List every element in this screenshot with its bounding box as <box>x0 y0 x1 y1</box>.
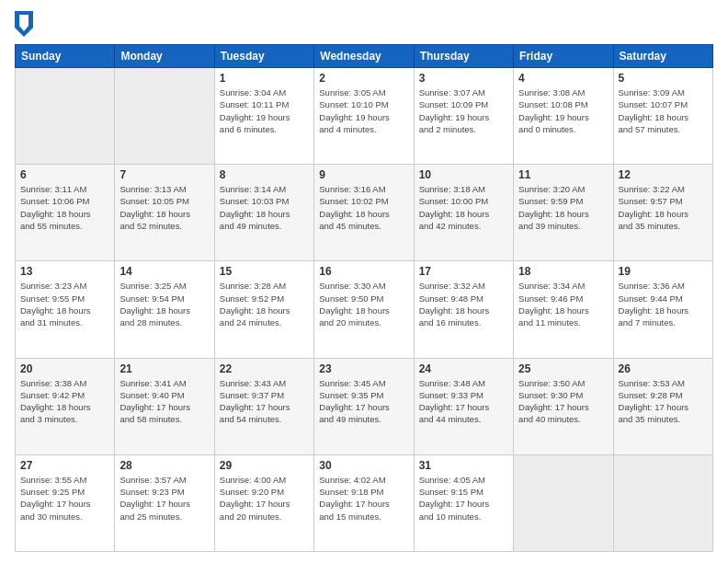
day-cell: 15Sunrise: 3:28 AM Sunset: 9:52 PM Dayli… <box>214 261 313 358</box>
day-detail: Sunrise: 3:04 AM Sunset: 10:11 PM Daylig… <box>220 86 309 135</box>
day-cell: 20Sunrise: 3:38 AM Sunset: 9:42 PM Dayli… <box>16 358 115 454</box>
day-number: 23 <box>319 362 408 375</box>
day-detail: Sunrise: 3:18 AM Sunset: 10:00 PM Daylig… <box>419 183 508 232</box>
day-detail: Sunrise: 3:05 AM Sunset: 10:10 PM Daylig… <box>319 86 408 135</box>
day-number: 2 <box>319 72 408 85</box>
day-cell: 2Sunrise: 3:05 AM Sunset: 10:10 PM Dayli… <box>314 68 414 165</box>
day-number: 3 <box>419 72 508 85</box>
day-cell: 1Sunrise: 3:04 AM Sunset: 10:11 PM Dayli… <box>214 68 313 165</box>
day-cell: 31Sunrise: 4:05 AM Sunset: 9:15 PM Dayli… <box>414 454 513 551</box>
day-number: 7 <box>119 168 209 181</box>
day-cell: 23Sunrise: 3:45 AM Sunset: 9:35 PM Dayli… <box>314 358 414 454</box>
day-cell: 16Sunrise: 3:30 AM Sunset: 9:50 PM Dayli… <box>314 261 414 358</box>
day-cell: 24Sunrise: 3:48 AM Sunset: 9:33 PM Dayli… <box>414 358 513 454</box>
day-cell: 26Sunrise: 3:53 AM Sunset: 9:28 PM Dayli… <box>613 358 712 454</box>
weekday-header-monday: Monday <box>115 45 214 68</box>
day-cell: 22Sunrise: 3:43 AM Sunset: 9:37 PM Dayli… <box>214 358 313 454</box>
day-number: 13 <box>20 265 109 278</box>
day-detail: Sunrise: 3:08 AM Sunset: 10:08 PM Daylig… <box>518 86 608 135</box>
day-number: 12 <box>619 168 708 181</box>
weekday-header-tuesday: Tuesday <box>214 45 313 68</box>
day-detail: Sunrise: 4:02 AM Sunset: 9:18 PM Dayligh… <box>319 474 408 523</box>
day-number: 24 <box>419 362 508 375</box>
day-detail: Sunrise: 3:48 AM Sunset: 9:33 PM Dayligh… <box>419 377 508 426</box>
weekday-header-saturday: Saturday <box>613 45 712 68</box>
week-row-2: 6Sunrise: 3:11 AM Sunset: 10:06 PM Dayli… <box>16 165 713 261</box>
day-detail: Sunrise: 3:22 AM Sunset: 9:57 PM Dayligh… <box>619 183 708 232</box>
day-number: 17 <box>419 265 508 278</box>
day-cell: 12Sunrise: 3:22 AM Sunset: 9:57 PM Dayli… <box>613 165 712 261</box>
day-number: 27 <box>20 459 109 472</box>
day-number: 25 <box>518 362 608 375</box>
weekday-header-thursday: Thursday <box>414 45 513 68</box>
day-detail: Sunrise: 3:38 AM Sunset: 9:42 PM Dayligh… <box>20 377 109 426</box>
calendar-body: 1Sunrise: 3:04 AM Sunset: 10:11 PM Dayli… <box>16 68 713 552</box>
day-cell: 8Sunrise: 3:14 AM Sunset: 10:03 PM Dayli… <box>214 165 313 261</box>
day-detail: Sunrise: 4:00 AM Sunset: 9:20 PM Dayligh… <box>220 474 309 523</box>
day-cell <box>115 68 214 165</box>
day-number: 5 <box>619 72 708 85</box>
day-detail: Sunrise: 3:14 AM Sunset: 10:03 PM Daylig… <box>220 183 309 232</box>
day-number: 11 <box>518 168 608 181</box>
day-detail: Sunrise: 3:13 AM Sunset: 10:05 PM Daylig… <box>119 183 209 232</box>
day-detail: Sunrise: 3:07 AM Sunset: 10:09 PM Daylig… <box>419 86 508 135</box>
day-number: 19 <box>619 265 708 278</box>
day-cell: 13Sunrise: 3:23 AM Sunset: 9:55 PM Dayli… <box>16 261 115 358</box>
weekday-header-wednesday: Wednesday <box>314 45 414 68</box>
logo <box>15 11 37 37</box>
day-cell: 4Sunrise: 3:08 AM Sunset: 10:08 PM Dayli… <box>514 68 613 165</box>
day-number: 29 <box>220 459 309 472</box>
day-cell: 17Sunrise: 3:32 AM Sunset: 9:48 PM Dayli… <box>414 261 513 358</box>
day-cell: 14Sunrise: 3:25 AM Sunset: 9:54 PM Dayli… <box>115 261 214 358</box>
day-cell: 18Sunrise: 3:34 AM Sunset: 9:46 PM Dayli… <box>514 261 613 358</box>
day-cell <box>16 68 115 165</box>
day-cell: 5Sunrise: 3:09 AM Sunset: 10:07 PM Dayli… <box>613 68 712 165</box>
day-detail: Sunrise: 3:34 AM Sunset: 9:46 PM Dayligh… <box>518 280 608 328</box>
day-cell: 6Sunrise: 3:11 AM Sunset: 10:06 PM Dayli… <box>16 165 115 261</box>
day-number: 26 <box>619 362 708 375</box>
header <box>15 11 713 37</box>
week-row-1: 1Sunrise: 3:04 AM Sunset: 10:11 PM Dayli… <box>16 68 713 165</box>
day-detail: Sunrise: 3:43 AM Sunset: 9:37 PM Dayligh… <box>220 377 309 426</box>
day-number: 15 <box>220 265 309 278</box>
day-cell <box>613 454 712 551</box>
week-row-3: 13Sunrise: 3:23 AM Sunset: 9:55 PM Dayli… <box>16 261 713 358</box>
day-cell: 28Sunrise: 3:57 AM Sunset: 9:23 PM Dayli… <box>115 454 214 551</box>
day-cell: 29Sunrise: 4:00 AM Sunset: 9:20 PM Dayli… <box>214 454 313 551</box>
day-number: 8 <box>220 168 309 181</box>
day-detail: Sunrise: 3:55 AM Sunset: 9:25 PM Dayligh… <box>20 474 109 523</box>
day-detail: Sunrise: 3:28 AM Sunset: 9:52 PM Dayligh… <box>220 280 309 328</box>
day-number: 6 <box>20 168 109 181</box>
day-detail: Sunrise: 4:05 AM Sunset: 9:15 PM Dayligh… <box>419 474 508 523</box>
page: SundayMondayTuesdayWednesdayThursdayFrid… <box>0 0 728 563</box>
day-cell: 3Sunrise: 3:07 AM Sunset: 10:09 PM Dayli… <box>414 68 513 165</box>
day-cell: 30Sunrise: 4:02 AM Sunset: 9:18 PM Dayli… <box>314 454 414 551</box>
day-cell: 11Sunrise: 3:20 AM Sunset: 9:59 PM Dayli… <box>514 165 613 261</box>
week-row-5: 27Sunrise: 3:55 AM Sunset: 9:25 PM Dayli… <box>16 454 713 551</box>
day-detail: Sunrise: 3:36 AM Sunset: 9:44 PM Dayligh… <box>619 280 708 328</box>
day-detail: Sunrise: 3:25 AM Sunset: 9:54 PM Dayligh… <box>119 280 209 328</box>
day-cell: 19Sunrise: 3:36 AM Sunset: 9:44 PM Dayli… <box>613 261 712 358</box>
day-number: 20 <box>20 362 109 375</box>
day-cell: 7Sunrise: 3:13 AM Sunset: 10:05 PM Dayli… <box>115 165 214 261</box>
day-number: 21 <box>119 362 209 375</box>
day-number: 28 <box>119 459 209 472</box>
week-row-4: 20Sunrise: 3:38 AM Sunset: 9:42 PM Dayli… <box>16 358 713 454</box>
day-detail: Sunrise: 3:11 AM Sunset: 10:06 PM Daylig… <box>20 183 109 232</box>
day-cell: 10Sunrise: 3:18 AM Sunset: 10:00 PM Dayl… <box>414 165 513 261</box>
calendar-header: SundayMondayTuesdayWednesdayThursdayFrid… <box>16 45 713 68</box>
day-number: 22 <box>220 362 309 375</box>
day-number: 31 <box>419 459 508 472</box>
day-cell: 25Sunrise: 3:50 AM Sunset: 9:30 PM Dayli… <box>514 358 613 454</box>
weekday-row: SundayMondayTuesdayWednesdayThursdayFrid… <box>16 45 713 68</box>
day-number: 1 <box>220 72 309 85</box>
day-cell: 27Sunrise: 3:55 AM Sunset: 9:25 PM Dayli… <box>16 454 115 551</box>
day-detail: Sunrise: 3:53 AM Sunset: 9:28 PM Dayligh… <box>619 377 708 426</box>
day-cell: 21Sunrise: 3:41 AM Sunset: 9:40 PM Dayli… <box>115 358 214 454</box>
calendar: SundayMondayTuesdayWednesdayThursdayFrid… <box>15 44 713 552</box>
day-detail: Sunrise: 3:09 AM Sunset: 10:07 PM Daylig… <box>619 86 708 135</box>
weekday-header-sunday: Sunday <box>16 45 115 68</box>
day-number: 16 <box>319 265 408 278</box>
day-detail: Sunrise: 3:32 AM Sunset: 9:48 PM Dayligh… <box>419 280 508 328</box>
day-detail: Sunrise: 3:41 AM Sunset: 9:40 PM Dayligh… <box>119 377 209 426</box>
